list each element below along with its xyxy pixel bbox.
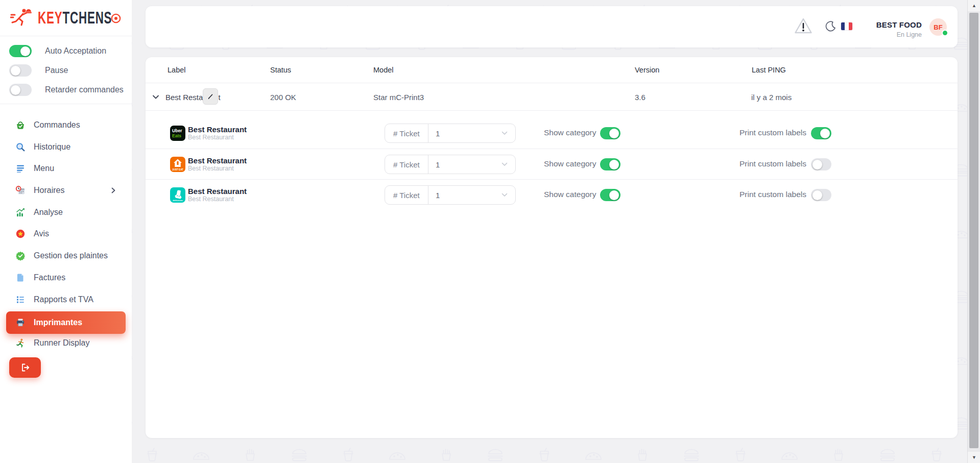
platform-restaurant-name: Best Restaurant: [188, 125, 247, 134]
column-header-last-ping: Last PING: [752, 66, 786, 74]
ubereats-icon: Uber Eats: [170, 126, 185, 141]
chart-icon: [15, 207, 26, 217]
printer-row: Best Restaurant 200 OK Star mC-Print3 3.…: [146, 83, 958, 110]
basket-icon: [15, 120, 26, 130]
sidebar-menu: Commandes Historique: [0, 115, 132, 355]
sidebar-item-label: Gestion des plaintes: [34, 251, 108, 260]
badge-check-icon: [15, 251, 26, 261]
platform-name-block: Best Restaurant Best Restaurant: [188, 156, 247, 173]
scroll-down-button[interactable]: ▼: [968, 452, 980, 463]
toggle-row-pause: Pause: [0, 61, 132, 80]
brand-key: KEY: [38, 9, 62, 28]
print-custom-labels-label: Print custom labels: [739, 190, 806, 199]
sidebar-item-horaires[interactable]: Horaires: [6, 181, 126, 200]
sidebar-item-factures[interactable]: Factures: [6, 268, 126, 287]
top-header-bar: BEST FOOD En Ligne BF: [146, 6, 958, 47]
auto-acceptation-toggle[interactable]: [9, 45, 32, 57]
divider: [146, 110, 958, 111]
ticket-count-select[interactable]: 1: [428, 124, 515, 142]
chevron-down-expander-icon[interactable]: [151, 92, 161, 102]
flag-white-band: [845, 22, 848, 30]
sidebar-item-historique[interactable]: Historique: [6, 137, 126, 157]
scroll-up-button[interactable]: ▲: [968, 0, 980, 11]
ticket-count-field: # Ticket 1: [385, 185, 516, 205]
retarder-commandes-toggle[interactable]: [9, 84, 32, 96]
auto-acceptation-label: Auto Acceptation: [45, 46, 106, 56]
deliveroo-icon: deliveroo: [170, 187, 185, 203]
sidebar-item-analyse[interactable]: Analyse: [6, 203, 126, 222]
ticket-value: 1: [436, 191, 501, 200]
column-header-status: Status: [270, 66, 291, 74]
platform-name-block: Best Restaurant Best Restaurant: [188, 125, 247, 141]
account-name: BEST FOOD: [876, 20, 922, 29]
ticket-label: # Ticket: [385, 155, 428, 174]
ticket-label: # Ticket: [385, 186, 428, 204]
show-category-label: Show category: [544, 159, 596, 168]
sidebar-item-label: Rapports et TVA: [34, 295, 93, 304]
show-category-label: Show category: [544, 190, 596, 199]
column-header-model: Model: [373, 66, 394, 74]
sidebar-item-label: Avis: [34, 229, 49, 238]
record-dot-button[interactable]: [110, 13, 122, 24]
show-category-toggle[interactable]: [600, 158, 620, 170]
platform-restaurant-name: Best Restaurant: [188, 156, 247, 165]
printer-icon: [15, 318, 26, 328]
print-custom-labels-toggle[interactable]: [811, 189, 831, 201]
logout-button[interactable]: [9, 357, 41, 378]
sidebar-item-runner-display[interactable]: Runner Display: [6, 333, 126, 353]
print-custom-labels-toggle[interactable]: [811, 158, 831, 170]
platform-restaurant-subname: Best Restaurant: [188, 165, 247, 173]
flag-blue-band: [841, 22, 845, 30]
scrollbar-thumb[interactable]: [969, 13, 978, 448]
print-custom-labels-toggle[interactable]: [811, 127, 831, 139]
french-flag-language-icon[interactable]: [841, 22, 852, 30]
sidebar-item-label: Analyse: [34, 208, 63, 217]
ticket-label: # Ticket: [385, 124, 428, 142]
account-status: En Ligne: [876, 31, 922, 38]
svg-text:Eats: Eats: [172, 133, 181, 138]
list-icon: [15, 163, 26, 174]
platform-restaurant-subname: Best Restaurant: [188, 196, 247, 203]
sidebar-item-label: Imprimantes: [34, 318, 82, 327]
sidebar-item-label: Historique: [34, 142, 70, 152]
platform-mapping-rows: Uber Eats Best Restaurant Best Restauran…: [146, 118, 958, 210]
table-header-row: Label Status Model Version Last PING: [146, 57, 958, 83]
sidebar-item-label: Commandes: [34, 120, 80, 130]
show-category-label: Show category: [544, 128, 596, 137]
show-category-toggle[interactable]: [600, 127, 620, 139]
ticket-count-select[interactable]: 1: [428, 155, 515, 174]
sidebar-item-gestion-plaintes[interactable]: Gestion des plaintes: [6, 246, 126, 265]
print-custom-labels-label: Print custom labels: [739, 128, 806, 137]
pause-toggle[interactable]: [9, 64, 32, 77]
app: KEYTCHENS Auto Acceptation Pause Retarde…: [0, 0, 980, 463]
sidebar-item-commandes[interactable]: Commandes: [6, 115, 126, 135]
column-header-version: Version: [635, 66, 659, 74]
show-category-toggle[interactable]: [600, 189, 620, 201]
sidebar-item-imprimantes[interactable]: Imprimantes: [6, 311, 126, 334]
sidebar-item-label: Factures: [34, 273, 65, 282]
alert-icon[interactable]: [794, 17, 812, 35]
toggle-row-auto-acceptation: Auto Acceptation: [0, 41, 132, 61]
platform-row-justeat: JUST EAT Best Restaurant Best Restaurant…: [146, 149, 958, 179]
toggle-row-retarder: Retarder commandes: [0, 80, 132, 100]
sidebar-item-rapports-tva[interactable]: Rapports et TVA: [6, 290, 126, 309]
online-status-dot: [942, 30, 948, 36]
ticket-value: 1: [436, 160, 501, 169]
justeat-icon: JUST EAT: [170, 157, 185, 172]
edit-printer-button[interactable]: [203, 88, 218, 105]
sidebar: KEYTCHENS Auto Acceptation Pause Retarde…: [0, 0, 132, 463]
sidebar-item-label: Menu: [34, 164, 54, 173]
printer-status: 200 OK: [270, 93, 296, 102]
svg-text:Uber: Uber: [172, 128, 182, 133]
sidebar-item-menu[interactable]: Menu: [6, 159, 126, 178]
avatar[interactable]: BF: [929, 18, 947, 36]
sidebar-item-label: Horaires: [34, 186, 64, 195]
ticket-count-select[interactable]: 1: [428, 186, 515, 204]
printers-table-card: Label Status Model Version Last PING Bes…: [146, 57, 958, 438]
dark-mode-moon-icon[interactable]: [824, 20, 836, 33]
brand-wordmark: KEYTCHENS: [38, 9, 112, 28]
document-icon: [15, 273, 26, 283]
chevron-down-icon: [501, 131, 508, 136]
printer-model: Star mC-Print3: [373, 93, 424, 102]
sidebar-item-avis[interactable]: Avis: [6, 224, 126, 243]
